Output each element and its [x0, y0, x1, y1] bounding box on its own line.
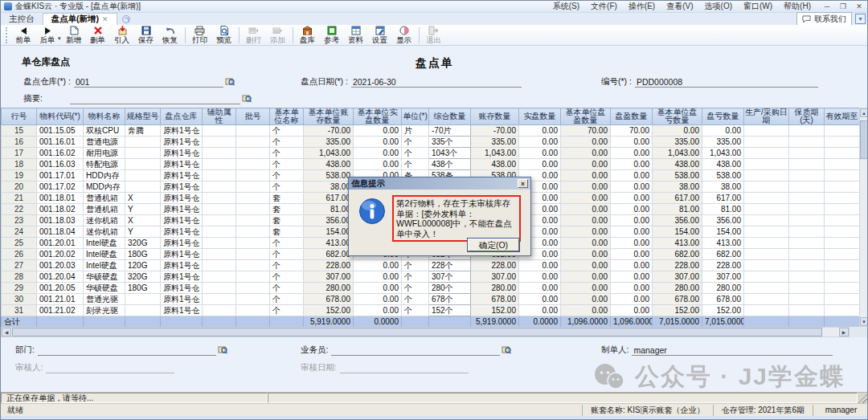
table-cell[interactable]: 套	[270, 204, 304, 215]
table-cell[interactable]: 001.21.01	[37, 294, 84, 305]
scroll-right-icon[interactable]: ▶	[839, 328, 849, 336]
table-cell[interactable]: 81.00	[653, 204, 702, 215]
scroll-up-icon[interactable]: ▲	[860, 108, 868, 117]
table-cell[interactable]	[203, 193, 236, 204]
warehouse-input[interactable]: 001	[74, 77, 223, 88]
table-cell[interactable]: 538.00	[304, 170, 354, 181]
table-cell[interactable]	[825, 159, 860, 170]
table-cell[interactable]: 0.00	[611, 181, 653, 193]
table-cell[interactable]	[825, 125, 860, 137]
settings-button[interactable]: 设置	[368, 25, 392, 45]
table-cell[interactable]: 001.20.04	[37, 271, 84, 283]
table-cell[interactable]	[744, 159, 789, 170]
table-cell[interactable]: 原料1号仓	[161, 260, 203, 271]
table-cell[interactable]	[744, 215, 789, 226]
contact-us-button[interactable]: 联系我们	[796, 12, 852, 27]
table-cell[interactable]: 0.00	[354, 283, 402, 294]
table-cell[interactable]: 0.00	[561, 260, 611, 271]
table-cell[interactable]: 438.00	[653, 159, 702, 170]
table-cell[interactable]	[825, 249, 860, 260]
table-cell[interactable]: 001.18.03	[37, 215, 84, 226]
table-cell[interactable]	[744, 226, 789, 238]
table-cell[interactable]: 152.00	[304, 305, 354, 316]
column-header[interactable]: 账存数量	[471, 108, 519, 125]
table-cell[interactable]: 38.00	[653, 181, 702, 193]
table-cell[interactable]: 原料1号仓	[161, 181, 203, 193]
table-cell[interactable]	[825, 238, 860, 249]
table-cell[interactable]: 0.00	[611, 170, 653, 181]
table-cell[interactable]: 0.00	[611, 294, 653, 305]
table-cell[interactable]: 152.00	[471, 305, 519, 316]
table-cell[interactable]: 个	[402, 148, 429, 159]
table-cell[interactable]: 0.00	[519, 148, 561, 159]
table-cell[interactable]: 152个	[429, 305, 471, 316]
table-cell[interactable]: 438.00	[471, 159, 519, 170]
table-cell[interactable]: 普通机箱	[84, 193, 125, 204]
table-cell[interactable]	[203, 249, 236, 260]
table-cell[interactable]: 0.00	[611, 249, 653, 260]
table-cell[interactable]	[789, 283, 825, 294]
table-cell[interactable]: 001.20.05	[37, 283, 84, 294]
table-cell[interactable]: Intel硬盘	[84, 249, 125, 260]
table-cell[interactable]: 普通机箱	[84, 204, 125, 215]
table-cell[interactable]	[203, 283, 236, 294]
table-cell[interactable]: 307.00	[471, 271, 519, 283]
table-cell[interactable]: 438.00	[702, 159, 744, 170]
table-cell[interactable]: 个	[270, 283, 304, 294]
table-cell[interactable]: 180G	[125, 283, 161, 294]
number-input[interactable]: PDD000008	[635, 77, 818, 88]
table-cell[interactable]	[789, 271, 825, 283]
table-cell[interactable]: 0.00	[519, 125, 561, 137]
table-cell[interactable]: 0.00	[561, 215, 611, 226]
table-cell[interactable]: 0.00	[561, 305, 611, 316]
table-cell[interactable]	[236, 226, 270, 238]
table-cell[interactable]	[203, 137, 236, 148]
table-cell[interactable]: 迷你机箱	[84, 226, 125, 238]
table-cell[interactable]: 0.00	[519, 137, 561, 148]
table-cell[interactable]: 个	[270, 137, 304, 148]
table-cell[interactable]	[825, 294, 860, 305]
table-cell[interactable]: 154.00	[702, 226, 744, 238]
table-cell[interactable]: 原料1号仓	[161, 125, 203, 137]
table-cell[interactable]: 0.00	[611, 283, 653, 294]
table-cell[interactable]	[825, 193, 860, 204]
table-cell[interactable]: 0.00	[611, 238, 653, 249]
table-cell[interactable]	[203, 226, 236, 238]
table-cell[interactable]: 0.00	[561, 238, 611, 249]
table-cell[interactable]: 0.00	[354, 137, 402, 148]
table-cell[interactable]	[203, 159, 236, 170]
table-cell[interactable]: 0.00	[561, 159, 611, 170]
table-cell[interactable]: 双核CPU	[84, 125, 125, 137]
table-cell[interactable]: 81.00	[702, 204, 744, 215]
table-cell[interactable]	[203, 215, 236, 226]
table-cell[interactable]	[744, 204, 789, 215]
vertical-scroll-thumb[interactable]	[860, 120, 868, 159]
table-cell[interactable]	[236, 125, 270, 137]
table-cell[interactable]: 413.00	[653, 238, 702, 249]
table-cell[interactable]	[825, 148, 860, 159]
table-cell[interactable]: 413.00	[304, 238, 354, 249]
table-cell[interactable]: 356.00	[702, 215, 744, 226]
table-cell[interactable]	[203, 260, 236, 271]
print-button[interactable]: 打印	[188, 25, 212, 45]
vertical-scrollbar[interactable]: ▲ ▼	[859, 108, 868, 327]
table-cell[interactable]	[744, 305, 789, 316]
table-cell[interactable]	[236, 283, 270, 294]
table-cell[interactable]: 0.00	[519, 271, 561, 283]
column-header[interactable]: 保质期(天)	[789, 108, 825, 125]
table-cell[interactable]: 678.00	[653, 294, 702, 305]
table-cell[interactable]: 普通电源	[84, 137, 125, 148]
table-cell[interactable]: 个	[270, 271, 304, 283]
table-cell[interactable]: 1043个	[429, 148, 471, 159]
table-cell[interactable]: 682.00	[304, 249, 354, 260]
scroll-down-icon[interactable]: ▼	[860, 317, 868, 326]
refresh-tab-icon[interactable]	[122, 15, 130, 23]
table-cell[interactable]	[789, 294, 825, 305]
table-cell[interactable]	[203, 204, 236, 215]
table-cell[interactable]: 356.00	[304, 215, 354, 226]
table-cell[interactable]: X	[125, 193, 161, 204]
table-cell[interactable]: 0.00	[561, 204, 611, 215]
table-cell[interactable]: -70.00	[471, 125, 519, 137]
restore-icon[interactable]: ❐	[838, 2, 848, 10]
column-header[interactable]: 辅助属性	[203, 108, 236, 125]
